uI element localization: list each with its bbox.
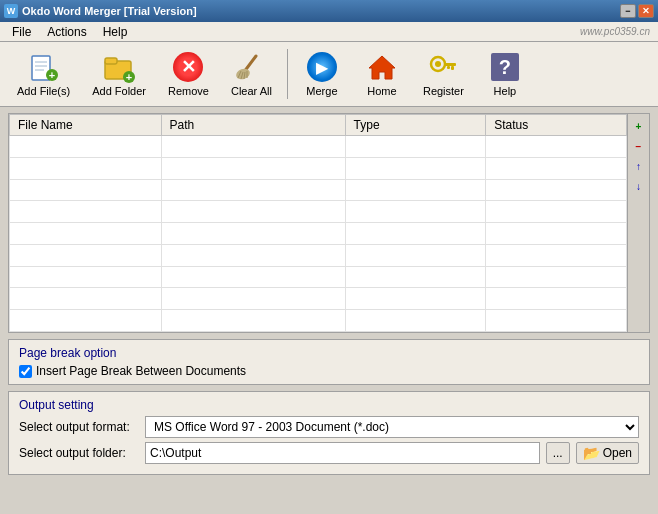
col-path: Path — [161, 115, 345, 136]
title-bar-text: W Okdo Word Merger [Trial Version] — [4, 4, 197, 18]
remove-label: Remove — [168, 85, 209, 97]
toolbar-divider — [287, 49, 288, 99]
svg-point-18 — [435, 61, 441, 67]
add-folder-button[interactable]: + Add Folder — [83, 46, 155, 102]
file-table: File Name Path Type Status — [9, 114, 627, 332]
home-icon — [366, 51, 398, 83]
menu-bar: File Actions Help www.pc0359.cn — [0, 22, 658, 42]
table-row — [10, 157, 627, 179]
add-folder-label: Add Folder — [92, 85, 146, 97]
svg-rect-7 — [105, 58, 117, 64]
main-content: File Name Path Type Status + − — [0, 107, 658, 481]
help-button[interactable]: ? Help — [477, 46, 533, 102]
file-list-sidebar: + − ↑ ↓ — [627, 114, 649, 332]
minimize-button[interactable]: − — [620, 4, 636, 18]
close-button[interactable]: ✕ — [638, 4, 654, 18]
sidebar-up-button[interactable]: ↑ — [631, 158, 647, 174]
menu-file[interactable]: File — [4, 23, 39, 41]
page-break-title: Page break option — [19, 346, 639, 360]
output-panel-title: Output setting — [19, 398, 639, 412]
register-icon — [427, 51, 459, 83]
title-controls: − ✕ — [620, 4, 654, 18]
add-files-label: Add File(s) — [17, 85, 70, 97]
svg-rect-19 — [444, 63, 456, 66]
remove-icon: ✕ — [172, 51, 204, 83]
clear-all-button[interactable]: Clear All — [222, 46, 281, 102]
table-row — [10, 223, 627, 245]
merge-icon: ▶ — [306, 51, 338, 83]
add-files-icon: + — [28, 51, 60, 83]
page-break-checkbox-label[interactable]: Insert Page Break Between Documents — [19, 364, 246, 378]
table-row — [10, 310, 627, 332]
sidebar-remove-button[interactable]: − — [631, 138, 647, 154]
svg-rect-21 — [447, 66, 450, 69]
register-label: Register — [423, 85, 464, 97]
window-title: Okdo Word Merger [Trial Version] — [22, 5, 197, 17]
title-bar: W Okdo Word Merger [Trial Version] − ✕ — [0, 0, 658, 22]
table-row — [10, 201, 627, 223]
sidebar-down-button[interactable]: ↓ — [631, 178, 647, 194]
file-list-container: File Name Path Type Status + − — [8, 113, 650, 333]
table-row — [10, 136, 627, 158]
merge-button[interactable]: ▶ Merge — [294, 46, 350, 102]
table-row — [10, 244, 627, 266]
format-row: Select output format: MS Office Word 97 … — [19, 416, 639, 438]
open-folder-icon: 📂 — [583, 445, 600, 461]
svg-text:+: + — [48, 69, 54, 81]
svg-marker-16 — [369, 56, 395, 79]
clear-all-label: Clear All — [231, 85, 272, 97]
menu-help[interactable]: Help — [95, 23, 136, 41]
page-break-panel: Page break option Insert Page Break Betw… — [8, 339, 650, 385]
folder-input[interactable] — [145, 442, 540, 464]
folder-row: Select output folder: ... 📂 Open — [19, 442, 639, 464]
home-label: Home — [367, 85, 396, 97]
remove-button[interactable]: ✕ Remove — [159, 46, 218, 102]
menu-watermark: www.pc0359.cn — [580, 22, 650, 41]
folder-label: Select output folder: — [19, 446, 139, 460]
svg-rect-20 — [451, 66, 454, 70]
format-select[interactable]: MS Office Word 97 - 2003 Document (*.doc… — [145, 416, 639, 438]
svg-text:+: + — [126, 71, 132, 83]
register-button[interactable]: Register — [414, 46, 473, 102]
page-break-label-text: Insert Page Break Between Documents — [36, 364, 246, 378]
col-type: Type — [345, 115, 486, 136]
merge-label: Merge — [306, 85, 337, 97]
menu-actions[interactable]: Actions — [39, 23, 94, 41]
help-icon: ? — [489, 51, 521, 83]
add-files-button[interactable]: + Add File(s) — [8, 46, 79, 102]
format-label: Select output format: — [19, 420, 139, 434]
home-button[interactable]: Home — [354, 46, 410, 102]
svg-point-11 — [236, 67, 251, 81]
add-folder-icon: + — [103, 51, 135, 83]
open-label: Open — [603, 446, 632, 460]
help-label: Help — [494, 85, 517, 97]
sidebar-add-button[interactable]: + — [631, 118, 647, 134]
app-icon: W — [4, 4, 18, 18]
table-row — [10, 266, 627, 288]
toolbar: + Add File(s) + Add Folder ✕ Remove — [0, 42, 658, 107]
page-break-row: Insert Page Break Between Documents — [19, 364, 639, 378]
browse-button[interactable]: ... — [546, 442, 570, 464]
col-status: Status — [486, 115, 627, 136]
table-row — [10, 179, 627, 201]
col-filename: File Name — [10, 115, 162, 136]
page-break-checkbox[interactable] — [19, 365, 32, 378]
output-panel: Output setting Select output format: MS … — [8, 391, 650, 475]
table-row — [10, 288, 627, 310]
open-button[interactable]: 📂 Open — [576, 442, 639, 464]
clear-all-icon — [235, 51, 267, 83]
